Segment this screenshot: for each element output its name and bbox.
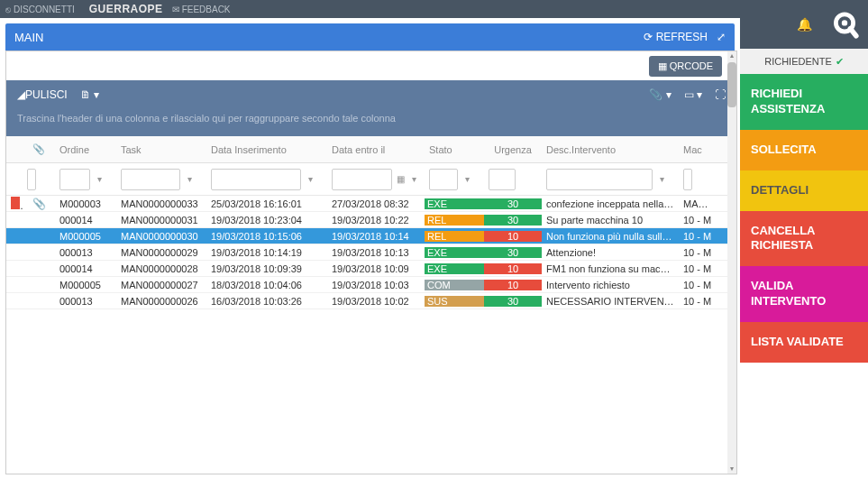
scroll-thumb[interactable] xyxy=(727,62,736,107)
col-desc[interactable]: Desc.Intervento xyxy=(542,144,679,155)
right-panel: 🔔 RICHIEDENTE✔ RICHIEDI ASSISTENZA SOLLE… xyxy=(740,0,868,488)
col-stato[interactable]: Stato xyxy=(425,144,484,155)
cell-desc: NECESSARIO INTERVENTO PER ... xyxy=(542,296,679,307)
cell-urgenza: 10 xyxy=(484,231,542,242)
cell-desc: Su parte macchina 10 xyxy=(542,215,679,226)
cell-stato: COM xyxy=(425,280,484,290)
vertical-scrollbar[interactable]: ▴ ▾ xyxy=(727,51,736,474)
filter-icon[interactable]: ▾ xyxy=(409,174,420,184)
grid-body: 📎M000003MAN000000003325/03/2018 16:16:01… xyxy=(6,196,736,309)
app-logo xyxy=(830,10,859,39)
filter-task[interactable] xyxy=(121,169,180,190)
scroll-down-icon[interactable]: ▾ xyxy=(727,465,736,474)
cell-stato: EXE xyxy=(425,247,484,258)
layout-dropdown[interactable]: ▭ ▾ xyxy=(684,88,702,101)
cell-stato: SUS xyxy=(425,296,484,307)
filter-desc[interactable] xyxy=(546,169,653,190)
disconnect-link[interactable]: ⎋DISCONNETTI xyxy=(5,5,75,14)
cell-ordine: 000013 xyxy=(55,247,116,258)
col-ordine[interactable]: Ordine xyxy=(55,144,116,155)
filter-stato[interactable] xyxy=(429,169,458,190)
filter-ordine[interactable] xyxy=(59,169,90,190)
top-header: ⎋DISCONNETTI GUERRAOPE ✉FEEDBACK xyxy=(0,0,740,18)
table-row[interactable]: 📎M000003MAN000000003325/03/2018 16:16:01… xyxy=(6,196,736,212)
filter-data-ins[interactable] xyxy=(211,169,301,190)
table-row[interactable]: 000014MAN000000002819/03/2018 10:09:3919… xyxy=(6,261,736,277)
svg-point-1 xyxy=(842,20,847,25)
chevron-down-icon: ▾ xyxy=(697,88,702,101)
cell-macc: 10 - M xyxy=(679,296,718,307)
export-dropdown[interactable]: 🗎 ▾ xyxy=(80,88,99,101)
feedback-link[interactable]: ✉FEEDBACK xyxy=(172,5,231,14)
request-assistance-button[interactable]: RICHIEDI ASSISTENZA xyxy=(740,74,868,130)
table-row[interactable]: 000014MAN000000003119/03/2018 10:23:0419… xyxy=(6,212,736,228)
filter-urgenza[interactable] xyxy=(489,169,516,190)
cell-stato: REL xyxy=(425,215,484,226)
cell-stato: EXE xyxy=(425,263,484,274)
table-row[interactable]: M000005MAN000000003019/03/2018 10:15:061… xyxy=(6,228,736,244)
filter-macc[interactable] xyxy=(683,169,692,190)
cell-urgenza: 10 xyxy=(484,280,542,290)
cell-task: MAN0000000027 xyxy=(116,280,206,290)
validated-list-button[interactable]: LISTA VALIDATE xyxy=(740,322,868,363)
col-data-inserimento[interactable]: Data Inserimento xyxy=(206,144,327,155)
file-icon: 🗎 xyxy=(80,88,91,101)
cell-desc: Attenzione! xyxy=(542,247,679,258)
filter-data-entro[interactable] xyxy=(332,169,392,190)
sollecita-button[interactable]: SOLLECITA xyxy=(740,130,868,170)
dettagli-button[interactable]: DETTAGLI xyxy=(740,170,868,211)
calendar-icon[interactable]: ▦ xyxy=(395,174,406,184)
filter-icon[interactable]: ▾ xyxy=(304,174,316,184)
data-grid: 📎 Ordine Task Data Inserimento Data entr… xyxy=(6,136,736,309)
main-bar: MAIN ⟳ REFRESH ⤢ xyxy=(5,23,735,51)
filter-icon[interactable]: ▾ xyxy=(461,174,473,184)
filter-icon[interactable]: ▾ xyxy=(93,174,105,184)
cell-desc: Non funziona più nulla sulla mac... xyxy=(542,231,679,242)
cell-data-ins: 18/03/2018 10:04:06 xyxy=(206,280,327,290)
fullscreen-icon[interactable]: ⛶ xyxy=(715,88,726,101)
cell-macc: MAC01 xyxy=(679,198,718,209)
cell-data-ins: 19/03/2018 10:09:39 xyxy=(206,263,327,274)
cell-data-ins: 19/03/2018 10:14:19 xyxy=(206,247,327,258)
cell-ordine: M000005 xyxy=(55,231,116,242)
cell-task: MAN0000000028 xyxy=(116,263,206,274)
validate-button[interactable]: VALIDA INTERVENTO xyxy=(740,266,868,322)
table-row[interactable]: 000013MAN000000002919/03/2018 10:14:1919… xyxy=(6,244,736,261)
filter-attach[interactable] xyxy=(27,169,36,190)
cell-task: MAN0000000033 xyxy=(116,198,206,209)
refresh-icon: ⟳ xyxy=(644,31,653,43)
cell-task: MAN0000000029 xyxy=(116,247,206,258)
attach-dropdown[interactable]: 📎 ▾ xyxy=(649,88,671,101)
col-task[interactable]: Task xyxy=(116,144,206,155)
expand-icon[interactable]: ⤢ xyxy=(717,31,726,43)
qrcode-button[interactable]: ▦ QRCODE xyxy=(649,56,722,77)
cell-task: MAN0000000030 xyxy=(116,231,206,242)
cancel-request-button[interactable]: CANCELLA RICHIESTA xyxy=(740,211,868,267)
table-row[interactable]: M000005MAN000000002718/03/2018 10:04:061… xyxy=(6,277,736,293)
grid-toolbar: ◢PULISCI 🗎 ▾ 📎 ▾ ▭ ▾ ⛶ xyxy=(6,80,736,109)
clear-button[interactable]: ◢PULISCI xyxy=(17,88,68,101)
cell-macc: 10 - M xyxy=(679,215,718,226)
cell-data-entro: 19/03/2018 10:09 xyxy=(327,263,425,274)
refresh-button[interactable]: ⟳ REFRESH xyxy=(644,31,708,43)
col-attach[interactable]: 📎 xyxy=(23,143,55,155)
col-macchina[interactable]: Mac xyxy=(679,144,718,155)
cell-desc: FM1 non funziona su macchina 10 xyxy=(542,263,679,274)
main-title: MAIN xyxy=(14,31,44,44)
layout-icon: ▭ xyxy=(684,88,694,101)
col-data-entro[interactable]: Data entro il xyxy=(327,144,425,155)
filter-icon[interactable]: ▾ xyxy=(655,174,668,184)
cell-macc: 10 - M xyxy=(679,280,718,290)
table-row[interactable]: 000013MAN000000002616/03/2018 10:03:2619… xyxy=(6,293,736,309)
cell-data-ins: 16/03/2018 10:03:26 xyxy=(206,296,327,307)
cell-data-ins: 25/03/2018 16:16:01 xyxy=(206,198,327,209)
cell-data-entro: 19/03/2018 10:13 xyxy=(327,247,425,258)
grid-header-row: 📎 Ordine Task Data Inserimento Data entr… xyxy=(6,136,736,163)
scroll-up-icon[interactable]: ▴ xyxy=(727,51,736,60)
notifications-icon[interactable]: 🔔 xyxy=(797,17,812,32)
col-urgenza[interactable]: Urgenza xyxy=(484,144,542,155)
cell-urgenza: 30 xyxy=(484,198,542,209)
filter-icon[interactable]: ▾ xyxy=(183,174,196,184)
cell-ordine: 000013 xyxy=(55,296,116,307)
current-user: GUERRAOPE xyxy=(89,3,163,15)
